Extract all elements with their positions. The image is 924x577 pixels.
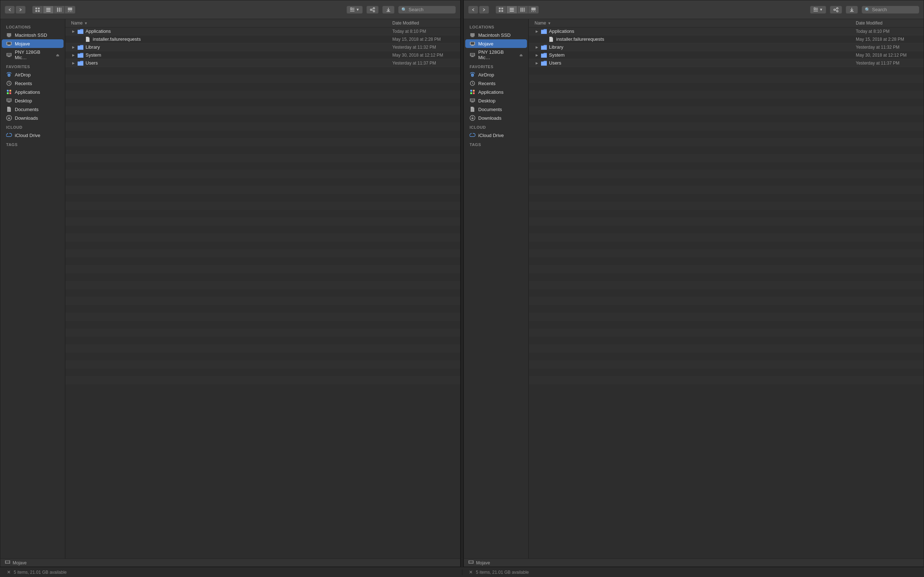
right-forward-button[interactable] — [479, 6, 489, 14]
table-row[interactable]: ▶ System May 30, 2018 at 12:12 PM — [65, 51, 460, 59]
left-sidebar-downloads[interactable]: Downloads — [2, 114, 63, 122]
left-desktop-icon — [6, 98, 12, 103]
svg-rect-32 — [7, 53, 11, 56]
right-users-row-name: ▶ Users — [529, 60, 851, 67]
svg-rect-29 — [8, 45, 10, 45]
table-row[interactable]: ▶ installer.failurerequests May 15, 2018… — [65, 35, 460, 43]
right-name-column[interactable]: Name ▼ — [529, 21, 851, 26]
left-name-column[interactable]: Name ▼ — [65, 21, 388, 26]
left-pny-icon — [6, 52, 12, 58]
left-view-buttons — [32, 6, 76, 14]
left-column-view-button[interactable] — [54, 6, 65, 14]
right-sidebar-macintosh-ssd[interactable]: Macintosh SSD — [465, 31, 527, 39]
svg-rect-98 — [472, 109, 473, 109]
left-back-button[interactable] — [5, 6, 15, 14]
right-recents-label: Recents — [478, 81, 496, 86]
left-pny-label: PNY 128GB Mic… — [15, 49, 53, 60]
svg-rect-38 — [7, 90, 9, 92]
left-gallery-view-button[interactable] — [65, 6, 76, 14]
left-search-box[interactable]: 🔍 Search — [398, 6, 456, 14]
right-list-view-button[interactable] — [506, 6, 517, 14]
svg-rect-15 — [350, 10, 354, 10]
right-system-expander[interactable]: ▶ — [535, 53, 539, 57]
right-icloud-drive-label: iCloud Drive — [478, 133, 504, 138]
right-action-button[interactable] — [846, 6, 858, 14]
left-share-button[interactable] — [366, 6, 379, 14]
table-row[interactable]: ▶ Applications Today at 8:10 PM — [65, 27, 460, 35]
left-sidebar-applications[interactable]: Applications — [2, 88, 63, 96]
svg-rect-48 — [8, 111, 10, 111]
svg-rect-75 — [850, 11, 854, 12]
left-sidebar-mojave[interactable]: Mojave — [2, 39, 63, 48]
right-pny-eject[interactable]: ⏏ — [519, 53, 523, 57]
table-row[interactable]: ▶ Library Yesterday at 11:32 PM — [529, 43, 924, 51]
table-row[interactable]: ▶ Applications Today at 8:10 PM — [529, 27, 924, 35]
left-action-button[interactable] — [382, 6, 394, 14]
right-installer-row-name: ▶ installer.failurerequests — [529, 36, 851, 43]
right-sidebar-desktop[interactable]: Desktop — [465, 96, 527, 105]
right-sidebar-pny[interactable]: PNY 128GB Mic… ⏏ — [465, 48, 527, 62]
left-users-expander[interactable]: ▶ — [71, 61, 76, 65]
left-sidebar-recents[interactable]: Recents — [2, 79, 63, 88]
svg-rect-85 — [472, 56, 473, 56]
table-row[interactable]: ▶ Users Yesterday at 11:37 PM — [65, 59, 460, 67]
svg-rect-62 — [531, 8, 536, 10]
right-applications-expander[interactable]: ▶ — [535, 29, 539, 34]
right-column-view-button[interactable] — [517, 6, 528, 14]
right-date-column[interactable]: Date Modified — [851, 21, 924, 26]
table-row[interactable]: ▶ Library Yesterday at 11:32 PM — [65, 43, 460, 51]
left-list-view-button[interactable] — [43, 6, 54, 14]
left-sidebar-icloud-drive[interactable]: iCloud Drive — [2, 131, 63, 140]
table-row[interactable]: ▶ Users Yesterday at 11:37 PM — [529, 59, 924, 67]
svg-rect-51 — [6, 561, 10, 563]
left-icon-view-button[interactable] — [32, 6, 43, 14]
right-sidebar-downloads[interactable]: Downloads — [465, 114, 527, 122]
left-sidebar-desktop[interactable]: Desktop — [2, 96, 63, 105]
right-sidebar-applications[interactable]: Applications — [465, 88, 527, 96]
left-users-row-name: ▶ Users — [65, 60, 388, 67]
right-users-expander[interactable]: ▶ — [535, 61, 539, 65]
right-search-box[interactable]: 🔍 Search — [861, 6, 919, 14]
right-sidebar-icloud-drive[interactable]: iCloud Drive — [465, 131, 527, 140]
right-share-button[interactable] — [830, 6, 842, 14]
left-sidebar-airdrop[interactable]: AirDrop — [2, 70, 63, 79]
left-sidebar-pny[interactable]: PNY 128GB Mic… ⏏ — [2, 48, 63, 62]
right-library-expander[interactable]: ▶ — [535, 45, 539, 49]
left-library-expander[interactable]: ▶ — [71, 45, 76, 49]
left-sidebar-documents[interactable]: Documents — [2, 105, 63, 114]
right-sidebar-mojave[interactable]: Mojave — [465, 39, 527, 48]
left-toolbar: ▼ 🔍 Search — [0, 0, 460, 19]
left-empty-area — [65, 67, 460, 392]
table-row[interactable]: ▶ installer.failurerequests May 15, 2018… — [529, 35, 924, 43]
right-sidebar-airdrop[interactable]: AirDrop — [465, 70, 527, 79]
left-library-date: Yesterday at 11:32 PM — [388, 44, 460, 50]
right-applications-icon — [470, 89, 475, 95]
table-row[interactable]: ▶ System May 30, 2018 at 12:12 PM — [529, 51, 924, 59]
right-arrange-button[interactable]: ▼ — [810, 6, 826, 14]
left-arrange-button[interactable]: ▼ — [347, 6, 363, 14]
left-system-expander[interactable]: ▶ — [71, 53, 76, 57]
right-gallery-view-button[interactable] — [528, 6, 539, 14]
svg-rect-52 — [499, 8, 501, 10]
left-forward-button[interactable] — [16, 6, 26, 14]
right-status-bar: Mojave — [464, 559, 924, 567]
svg-rect-58 — [510, 11, 514, 11]
left-date-column[interactable]: Date Modified — [388, 21, 460, 26]
left-downloads-label: Downloads — [15, 115, 38, 121]
svg-rect-59 — [520, 8, 522, 12]
right-sort-arrow: ▼ — [548, 21, 551, 25]
svg-rect-86 — [471, 56, 474, 57]
left-applications-date: Today at 8:10 PM — [388, 28, 460, 35]
left-pny-eject[interactable]: ⏏ — [56, 53, 59, 57]
right-toolbar: ▼ 🔍 Search — [464, 0, 924, 19]
left-close-button[interactable]: ✕ — [6, 569, 11, 575]
left-applications-expander[interactable]: ▶ — [71, 29, 76, 34]
right-sidebar-recents[interactable]: Recents — [465, 79, 527, 88]
svg-rect-93 — [473, 92, 475, 94]
right-sidebar-documents[interactable]: Documents — [465, 105, 527, 114]
right-close-button[interactable]: ✕ — [468, 569, 474, 575]
right-icon-view-button[interactable] — [496, 6, 506, 14]
left-sidebar-macintosh-ssd[interactable]: Macintosh SSD — [2, 31, 63, 39]
right-back-button[interactable] — [468, 6, 478, 14]
right-status-label: Mojave — [476, 561, 490, 566]
